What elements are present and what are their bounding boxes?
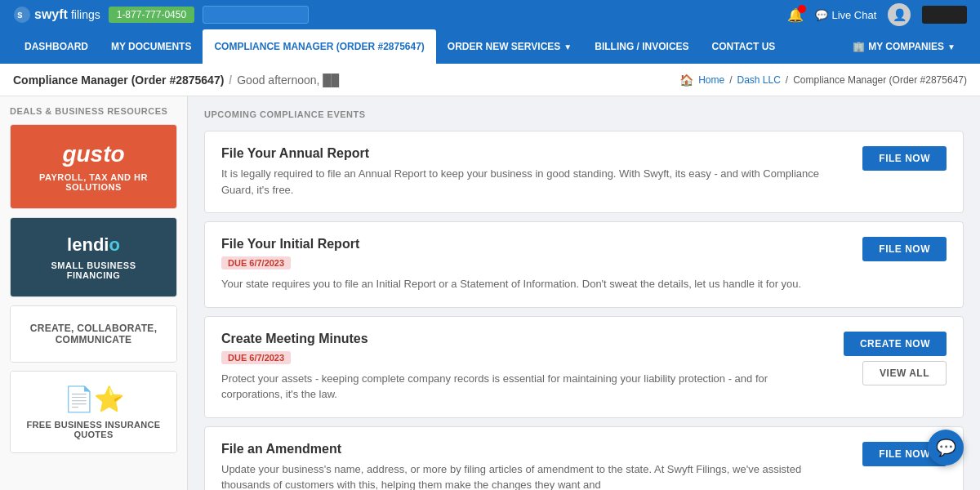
event-right-annual: FILE NOW (849, 146, 947, 171)
home-icon: 🏠 (679, 74, 693, 87)
event-right-minutes: CREATE NOW VIEW ALL (844, 332, 947, 385)
event-desc-amendment: Update your business's name, address, or… (221, 461, 835, 491)
lendio-accent: o (109, 234, 119, 255)
logo-icon: s (13, 6, 31, 24)
event-left-amendment: File an Amendment Update your business's… (221, 442, 835, 491)
file-now-annual-button[interactable]: FILE NOW (862, 146, 947, 171)
lendio-sub: SMALL BUSINESS FINANCING (24, 261, 163, 280)
lendio-logo: lendio (24, 234, 163, 256)
chat-bubble[interactable]: 💬 (928, 430, 964, 466)
section-title: UPCOMING COMPLIANCE EVENTS (204, 109, 964, 119)
lendio-card-inner: lendio SMALL BUSINESS FINANCING (11, 218, 176, 296)
event-title-initial: File Your Initial Report (221, 237, 835, 252)
nav-my-documents[interactable]: MY DOCUMENTS (100, 29, 203, 64)
breadcrumb-sep2: / (729, 74, 732, 86)
nav-billing-invoices[interactable]: BILLING / INVOICES (583, 29, 700, 64)
event-left-annual: File Your Annual Report It is legally re… (221, 146, 835, 198)
event-desc-annual: It is legally required to file an Annual… (221, 166, 835, 198)
sidebar-title: DEALS & BUSINESS RESOURCES (10, 106, 177, 116)
bell-icon[interactable]: 🔔 (787, 7, 804, 23)
event-title-minutes: Create Meeting Minutes (221, 332, 831, 346)
account-button[interactable] (922, 6, 967, 24)
compliance-event-annual-report: File Your Annual Report It is legally re… (204, 131, 964, 213)
avatar-icon: 👤 (893, 8, 906, 21)
main-layout: DEALS & BUSINESS RESOURCES gusto PAYROLL… (0, 96, 980, 490)
breadcrumb-left: Compliance Manager (Order #2875647) / Go… (13, 74, 339, 87)
breadcrumb-current: Compliance Manager (Order #2875647) (793, 74, 967, 86)
companies-icon: 🏢 (853, 41, 865, 52)
insurance-icon: 📄⭐ (24, 385, 163, 413)
nav-right: 🏢 MY COMPANIES ▼ (841, 29, 967, 64)
sidebar-card-communicate[interactable]: CREATE, COLLABORATE, COMMUNICATE (10, 305, 177, 363)
event-left-initial: File Your Initial Report DUE 6/7/2023 Yo… (221, 237, 835, 292)
event-right-initial: FILE NOW (849, 237, 947, 261)
search-input[interactable] (203, 6, 309, 24)
live-chat-button[interactable]: 💬 Live Chat (815, 9, 876, 21)
sidebar: DEALS & BUSINESS RESOURCES gusto PAYROLL… (0, 96, 188, 490)
sidebar-card-gusto[interactable]: gusto PAYROLL, TAX AND HR SOLUTIONS (10, 124, 177, 209)
page-title: Compliance Manager (Order #2875647) (13, 74, 224, 87)
nav-my-companies[interactable]: 🏢 MY COMPANIES ▼ (841, 29, 967, 64)
nav-dashboard[interactable]: DASHBOARD (13, 29, 100, 64)
top-bar-left: s swyft filings 1-877-777-0450 (13, 6, 309, 24)
file-now-initial-button[interactable]: FILE NOW (862, 237, 947, 261)
event-title-annual: File Your Annual Report (221, 146, 835, 161)
communicate-card-inner: CREATE, COLLABORATE, COMMUNICATE (11, 306, 176, 362)
chevron-down-icon: ▼ (564, 42, 572, 51)
insurance-card-inner: 📄⭐ FREE BUSINESS INSURANCE QUOTES (11, 372, 176, 452)
content-area: UPCOMING COMPLIANCE EVENTS File Your Ann… (188, 96, 980, 490)
breadcrumb-right: 🏠 Home / Dash LLC / Compliance Manager (… (679, 74, 967, 87)
nav-order-new-services[interactable]: ORDER NEW SERVICES ▼ (436, 29, 583, 64)
logo[interactable]: s swyft filings (13, 6, 100, 24)
avatar[interactable]: 👤 (888, 3, 911, 26)
create-now-button[interactable]: CREATE NOW (844, 332, 947, 356)
greeting-text: Good afternoon, ██ (237, 74, 339, 87)
compliance-event-meeting-minutes: Create Meeting Minutes DUE 6/7/2023 Prot… (204, 316, 964, 418)
breadcrumb-company-link[interactable]: Dash LLC (737, 74, 780, 86)
logo-sub: filings (71, 8, 100, 21)
chat-icon: 💬 (815, 9, 828, 21)
phone-button[interactable]: 1-877-777-0450 (109, 7, 194, 23)
insurance-text: FREE BUSINESS INSURANCE QUOTES (24, 420, 163, 439)
logo-text: swyft (34, 7, 68, 22)
compliance-event-initial-report: File Your Initial Report DUE 6/7/2023 Yo… (204, 221, 964, 308)
breadcrumb-bar: Compliance Manager (Order #2875647) / Go… (0, 64, 980, 96)
sidebar-card-lendio[interactable]: lendio SMALL BUSINESS FINANCING (10, 217, 177, 297)
top-bar: s swyft filings 1-877-777-0450 🔔 💬 Live … (0, 0, 980, 29)
event-desc-minutes: Protect your assets - keeping complete c… (221, 371, 831, 403)
gusto-sub: PAYROLL, TAX AND HR SOLUTIONS (24, 172, 163, 192)
gusto-logo: gusto (24, 141, 163, 167)
breadcrumb-sep1: / (229, 74, 232, 87)
nav-order-label: ORDER NEW SERVICES (448, 41, 560, 52)
due-badge-initial: DUE 6/7/2023 (221, 256, 291, 270)
nav-companies-label: MY COMPANIES (868, 41, 944, 52)
chat-bubble-icon: 💬 (936, 438, 956, 457)
svg-text:s: s (17, 9, 23, 20)
top-bar-right: 🔔 💬 Live Chat 👤 (787, 3, 967, 26)
breadcrumb-sep3: / (786, 74, 788, 86)
event-title-amendment: File an Amendment (221, 442, 835, 457)
view-all-button[interactable]: VIEW ALL (862, 361, 947, 385)
nav-contact-us[interactable]: CONTACT US (701, 29, 787, 64)
due-badge-minutes: DUE 6/7/2023 (221, 351, 291, 364)
companies-chevron-icon: ▼ (947, 42, 956, 51)
sidebar-card-insurance[interactable]: 📄⭐ FREE BUSINESS INSURANCE QUOTES (10, 371, 177, 453)
event-left-minutes: Create Meeting Minutes DUE 6/7/2023 Prot… (221, 332, 831, 403)
live-chat-label: Live Chat (831, 9, 876, 21)
compliance-event-amendment: File an Amendment Update your business's… (204, 426, 964, 491)
notification-badge (798, 5, 806, 13)
breadcrumb-home-link[interactable]: Home (698, 74, 724, 86)
nav-compliance-manager[interactable]: Compliance Manager (Order #2875647) (203, 29, 435, 64)
event-desc-initial: Your state requires you to file an Initi… (221, 276, 835, 292)
nav: DASHBOARD MY DOCUMENTS Compliance Manage… (0, 29, 980, 64)
communicate-text: CREATE, COLLABORATE, COMMUNICATE (24, 323, 163, 345)
gusto-card-inner: gusto PAYROLL, TAX AND HR SOLUTIONS (11, 125, 176, 208)
